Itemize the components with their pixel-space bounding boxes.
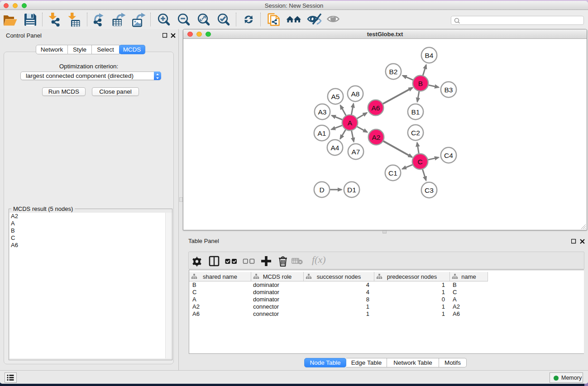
svg-text:B4: B4: [425, 52, 434, 59]
svg-text:A4: A4: [331, 144, 339, 152]
svg-text:B1: B1: [411, 108, 420, 116]
svg-text:A1: A1: [318, 129, 326, 137]
svg-text:A: A: [348, 119, 353, 127]
svg-text:A5: A5: [331, 93, 340, 100]
svg-text:C4: C4: [444, 152, 453, 159]
svg-text:A3: A3: [318, 108, 327, 116]
svg-text:C: C: [417, 158, 422, 166]
svg-text:B3: B3: [445, 86, 453, 94]
svg-text:A2: A2: [372, 133, 381, 141]
svg-text:A7: A7: [352, 148, 360, 156]
svg-text:D1: D1: [347, 186, 356, 194]
svg-text:A8: A8: [351, 90, 360, 98]
svg-text:A6: A6: [372, 104, 380, 112]
svg-text:C1: C1: [388, 169, 397, 177]
svg-text:D: D: [319, 186, 324, 194]
svg-text:B: B: [418, 80, 423, 87]
svg-text:C2: C2: [411, 129, 420, 137]
svg-text:C3: C3: [425, 186, 434, 194]
svg-text:B2: B2: [389, 68, 398, 76]
